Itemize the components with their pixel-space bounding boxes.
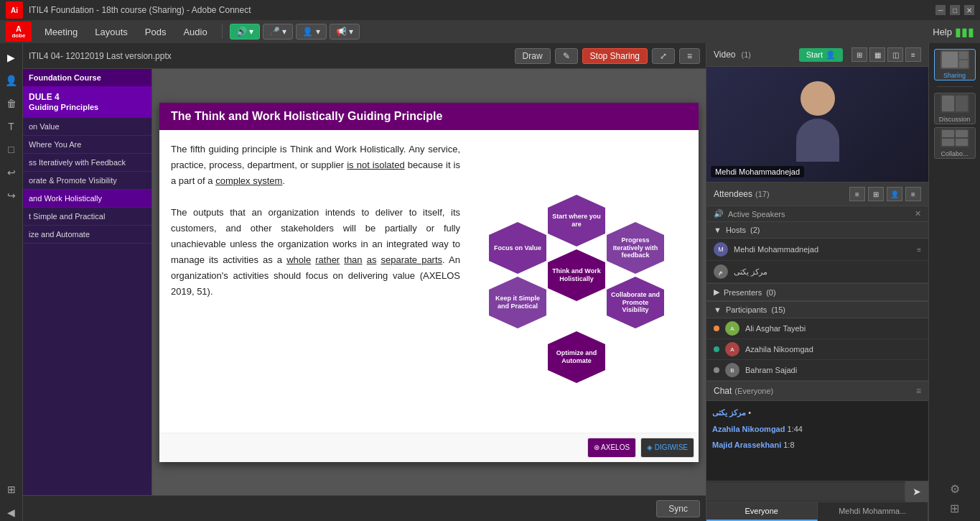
more-options-btn[interactable]: ≡ [679,48,700,64]
video-label: Video [714,50,735,60]
nav-item-0[interactable]: on Value [23,118,151,136]
layout-collaboration-btn[interactable]: Collabo... [934,127,976,159]
sharing-thumb-main [942,52,958,68]
nav-item-4[interactable]: and Work Holistically [23,190,151,208]
hex-top-right: Progress Iteratively with feedback [607,222,664,274]
attendees-list-btn[interactable]: ≡ [849,187,865,201]
layout-settings-icon[interactable]: ⚙ [950,482,960,496]
speaker-btn[interactable]: 🔊 ▾ [230,24,260,40]
chat-sender-2: Majid Arassekhani [712,441,781,449]
participants-triangle: ▼ [714,305,722,314]
chat-sender-0: مرکز یکتی [712,408,746,417]
minimize-btn[interactable]: ─ [935,5,946,15]
host-item-0: M Mehdi Mohammadnejad ≡ [706,239,928,261]
chat-menu-btn[interactable]: ≡ [916,386,921,396]
video-view-btns: ⊞ ▦ ◫ ≡ [851,47,921,62]
slide-toolbar: ITIL4 04- 12012019 Last version.pptx Dra… [23,43,706,69]
slide-filename: ITIL4 04- 12012019 Last version.pptx [29,51,510,61]
chat-msg-0: مرکز یکتی • [712,407,923,419]
layout-sharing-label: Sharing [943,72,966,79]
discussion-thumb [941,94,969,113]
sidebar-layers-icon[interactable]: ⊞ [3,481,20,498]
layout-sep1 [937,86,973,87]
layout-discussion-btn[interactable]: Discussion [934,93,976,124]
hosts-header[interactable]: ▼ Hosts (2) [706,222,928,239]
person-head [801,81,835,116]
participants-header[interactable]: ▼ Participants (15) [706,301,928,318]
presenters-label: Presenters [724,288,762,297]
chat-input[interactable] [706,482,905,501]
menu-pods[interactable]: Pods [138,24,174,40]
nav-item-2[interactable]: ss Iteratively with Feedback [23,154,151,172]
menu-meeting[interactable]: Meeting [37,24,85,40]
video-grid-btn[interactable]: ⊞ [851,47,867,62]
help-menu[interactable]: Help [933,27,952,37]
nav-item-3[interactable]: orate & Promote Visibility [23,172,151,190]
sidebar-text-icon[interactable]: T [3,118,20,135]
stop-sharing-btn[interactable]: Stop Sharing [582,48,648,64]
slide-para1: The fifth guiding principle is Think and… [171,142,460,189]
attendees-user-btn[interactable]: 👤 [887,187,902,201]
chat-send-btn[interactable]: ➤ [905,481,928,502]
sidebar-redo-icon[interactable]: ↪ [3,187,20,204]
slide-text: The fifth guiding principle is Think and… [171,142,460,421]
close-btn[interactable]: ✕ [964,5,974,15]
nav-item-5[interactable]: t Simple and Practical [23,208,151,226]
sidebar-shapes-icon[interactable]: □ [3,141,20,158]
camera-btn[interactable]: 👤 ▾ [296,24,326,40]
host-avatar-0: M [714,242,728,257]
participant-name-0: Ali Asghar Tayebi [745,324,921,333]
sidebar-people-icon[interactable]: 👤 [3,72,20,89]
sidebar-collapse-icon[interactable]: ◀ [3,504,20,521]
sidebar-undo-icon[interactable]: ↩ [3,164,20,181]
attendees-label: Attendees [714,189,752,199]
participant-status-1 [714,346,719,352]
layout-sharing-btn[interactable]: Sharing [934,49,976,80]
window-controls[interactable]: ─ □ ✕ [935,5,974,15]
presenters-header[interactable]: ▶ Presenters (0) [706,283,928,301]
menu-bar: A dobe Meeting Layouts Pods Audio 🔊 ▾ 🎤 … [0,20,980,43]
axelos-logo: ⊛ AXELOS [587,438,636,458]
nav-item-6[interactable]: ize and Automate [23,226,151,244]
attendees-section: Attendees (17) ≡ ⊞ 👤 ≡ 🔊 Active Speakers… [706,183,928,382]
sidebar-trash-icon[interactable]: 🗑 [3,95,20,112]
layout-expand-icon[interactable]: ⊞ [950,502,959,515]
attendees-menu-btn[interactable]: ≡ [905,187,921,201]
chat-label: Chat [714,386,732,396]
content-area: ITIL4 04- 12012019 Last version.pptx Dra… [23,43,706,521]
sync-btn[interactable]: Sync [656,500,700,517]
host-item-1: م مرکز یکتی [706,261,928,283]
main-layout: ▶ 👤 🗑 T □ ↩ ↪ ⊞ ◀ ITIL4 04- 12012019 Las… [0,43,980,521]
chat-time-0: • [748,408,751,417]
chat-tab-mehdi[interactable]: Mehdi Mohamma... [818,502,929,521]
chat-tab-everyone[interactable]: Everyone [706,502,818,521]
sharing-thumb [941,50,969,69]
host-name-1: مرکز یکتی [734,267,921,277]
participant-avatar-0: A [725,321,739,336]
share-btn[interactable]: 📢 ▾ [330,24,360,40]
video-more-btn[interactable]: ≡ [905,47,921,62]
mic-btn[interactable]: 🎤 ▾ [263,24,293,40]
layout-discussion-label: Discussion [939,116,971,123]
slide-footer: ⊛ AXELOS ◈ DIGIWISE [159,433,699,462]
slide-title: The Think and Work Holistically Guiding … [159,103,699,130]
adobe-logo: Ai [6,1,23,19]
presenters-triangle: ▶ [714,287,719,297]
nav-item-1[interactable]: Where You Are [23,136,151,154]
video-single-btn[interactable]: ◫ [887,47,903,62]
host-menu-0[interactable]: ≡ [917,246,921,254]
right-panel: Video (1) Start 👤 ⊞ ▦ ◫ ≡ [706,43,928,521]
participant-avatar-1: A [725,342,739,356]
active-speakers-close[interactable]: ✕ [915,209,921,218]
pointer-btn[interactable]: ✎ [555,48,578,64]
menu-layouts[interactable]: Layouts [88,24,135,40]
maximize-btn[interactable]: □ [950,5,960,15]
video-film-btn[interactable]: ▦ [869,47,885,62]
sidebar-home-icon[interactable]: ▶ [3,49,20,66]
menu-audio[interactable]: Audio [176,24,214,40]
fullscreen-btn[interactable]: ⤢ [652,48,675,64]
attendees-grid-btn[interactable]: ⊞ [868,187,884,201]
participant-status-2 [714,367,719,373]
video-start-btn[interactable]: Start 👤 [799,48,843,62]
draw-btn[interactable]: Draw [515,48,551,64]
